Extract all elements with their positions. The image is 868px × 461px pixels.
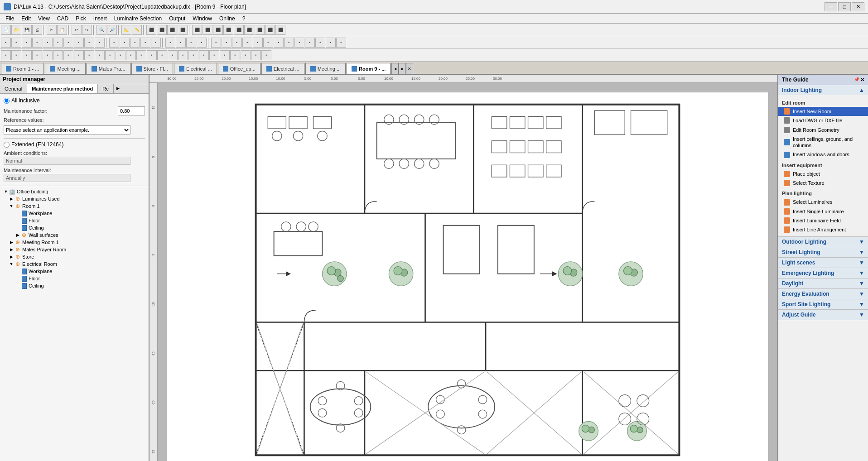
tb-btn-28[interactable]: ⬛ [255, 25, 265, 35]
tree-item-4[interactable]: Floor [2, 217, 147, 224]
minimize-button[interactable]: ─ [825, 2, 837, 11]
tb2-btn-4[interactable]: ▪ [43, 38, 53, 48]
tb2-btn-25[interactable]: ▪ [242, 38, 252, 48]
tb3-btn-4[interactable]: ▪ [43, 50, 53, 60]
tb2-btn-19[interactable]: ▪ [186, 38, 196, 48]
tb2-btn-12[interactable]: ▪ [120, 38, 130, 48]
tree-item-12[interactable]: Floor [2, 275, 147, 282]
menu-item-view[interactable]: View [34, 14, 53, 23]
all-inclusive-radio[interactable] [4, 98, 10, 104]
guide-section-header-adjust-guide[interactable]: Adjust Guide▼ [778, 310, 868, 320]
tb-btn-9[interactable]: ↪ [82, 25, 92, 35]
tb3-btn-16[interactable]: ▪ [168, 50, 178, 60]
tb3-btn-14[interactable]: ▪ [147, 50, 157, 60]
tb3-btn-17[interactable]: ▪ [178, 50, 188, 60]
guide-section-header-outdoor-lighting[interactable]: Outdoor Lighting▼ [778, 237, 868, 247]
tab-close[interactable]: ✕ [406, 63, 413, 74]
tree-item-2[interactable]: ▼⊕Room 1 [2, 202, 147, 210]
tb3-btn-20[interactable]: ▪ [209, 50, 219, 60]
tb3-btn-12[interactable]: ▪ [126, 50, 136, 60]
tb3-btn-5[interactable]: ▪ [53, 50, 63, 60]
doc-tab-0[interactable]: Room 1 - ... [1, 63, 44, 74]
tb-btn-3[interactable]: 🖨 [32, 25, 42, 35]
tb-btn-23[interactable]: ⬛ [203, 25, 212, 35]
tb3-btn-15[interactable]: ▪ [157, 50, 167, 60]
guide-pin-icon[interactable]: 📌 [854, 77, 859, 83]
tb-btn-25[interactable]: ⬛ [223, 25, 233, 35]
tb2-btn-26[interactable]: ▪ [253, 38, 263, 48]
menu-item-luminaireselection[interactable]: Luminaire Selection [111, 14, 165, 23]
tb-btn-6[interactable]: 📋 [57, 25, 67, 35]
tb3-btn-22[interactable]: ▪ [230, 50, 240, 60]
guide-close-icon[interactable]: ✕ [860, 77, 864, 83]
tb2-btn-22[interactable]: ▪ [211, 38, 221, 48]
tree-item-1[interactable]: ▶⊕Luminaires Used [2, 195, 147, 202]
doc-tab-8[interactable]: Room 9 - ... [347, 63, 391, 74]
tb3-btn-3[interactable]: ▪ [32, 50, 42, 60]
doc-tab-2[interactable]: Males Pra... [87, 63, 130, 74]
doc-tab-5[interactable]: Office_up... [218, 63, 260, 74]
tree-item-6[interactable]: ▶⊕Wall surfaces [2, 231, 147, 239]
tree-item-0[interactable]: ▼🏢Office building [2, 188, 147, 195]
left-tab-2[interactable]: Rc [98, 84, 113, 93]
tb-btn-12[interactable]: 🔎 [107, 25, 117, 35]
tree-item-8[interactable]: ▶⊕Males Prayer Room [2, 246, 147, 253]
tb2-btn-8[interactable]: ▪ [84, 38, 94, 48]
tb2-btn-29[interactable]: ▪ [284, 38, 294, 48]
tree-item-10[interactable]: ▼⊕Electrical Room [2, 260, 147, 268]
tb2-btn-33[interactable]: ▪ [326, 38, 336, 48]
guide-section-header-energy-evaluation[interactable]: Energy Evaluation▼ [778, 289, 868, 299]
guide-item-0-0-1[interactable]: Load DWG or DXF file [778, 116, 868, 125]
doc-tab-6[interactable]: Electrical ... [261, 63, 304, 74]
tb-btn-2[interactable]: 💾 [22, 25, 32, 35]
guide-item-0-2-1[interactable]: Insert Single Luminaire [778, 207, 868, 216]
tree-item-7[interactable]: ▶⊕Meeting Room 1 [2, 239, 147, 246]
tb-btn-11[interactable]: 🔍 [96, 25, 106, 35]
reference-values-select[interactable]: Please select an application example. [4, 125, 130, 134]
tb2-btn-31[interactable]: ▪ [305, 38, 315, 48]
tb3-btn-19[interactable]: ▪ [199, 50, 209, 60]
tb2-btn-3[interactable]: ▪ [32, 38, 42, 48]
tb2-btn-34[interactable]: ▪ [336, 38, 346, 48]
tb2-btn-5[interactable]: ▪ [53, 38, 63, 48]
tb-btn-8[interactable]: ↩ [72, 25, 82, 35]
extended-radio[interactable] [4, 142, 10, 148]
tb2-btn-23[interactable]: ▪ [222, 38, 231, 48]
tb2-btn-7[interactable]: ▪ [74, 38, 84, 48]
tb2-btn-1[interactable]: ▪ [11, 38, 21, 48]
tb-btn-26[interactable]: ⬛ [234, 25, 244, 35]
tb2-btn-17[interactable]: ▪ [165, 38, 175, 48]
tb-btn-5[interactable]: ✂ [47, 25, 57, 35]
tb2-btn-30[interactable]: ▪ [294, 38, 304, 48]
menu-item-cad[interactable]: CAD [53, 14, 72, 23]
guide-item-0-1-0[interactable]: Place object [778, 169, 868, 178]
doc-tab-4[interactable]: Electrical ... [174, 63, 217, 74]
guide-section-header-daylight[interactable]: Daylight▼ [778, 279, 868, 288]
guide-section-header-light-scenes[interactable]: Light scenes▼ [778, 258, 868, 268]
canvas-area[interactable]: -30.00 -25.00 -20.00 -15.00 -10.00 -5.00… [149, 75, 777, 461]
tb2-btn-15[interactable]: ▪ [151, 38, 161, 48]
guide-item-0-2-0[interactable]: Select Luminaires [778, 197, 868, 206]
tb-btn-30[interactable]: ⬛ [275, 25, 285, 35]
tb3-btn-13[interactable]: ▪ [136, 50, 146, 60]
menu-item-insert[interactable]: Insert [90, 14, 111, 23]
menu-item-output[interactable]: Output [165, 14, 189, 23]
tb3-btn-0[interactable]: ▪ [1, 50, 11, 60]
doc-tab-7[interactable]: Meeting ... [305, 63, 346, 74]
tb3-btn-25[interactable]: ▪ [261, 50, 271, 60]
tb2-btn-9[interactable]: ▪ [95, 38, 105, 48]
tb2-btn-6[interactable]: ▪ [63, 38, 73, 48]
guide-section-header-sport-site-lighting[interactable]: Sport Site Lighting▼ [778, 299, 868, 309]
tb2-btn-13[interactable]: ▪ [130, 38, 140, 48]
guide-item-0-1-1[interactable]: Select Texture [778, 178, 868, 187]
menu-item-pick[interactable]: Pick [72, 14, 90, 23]
tb3-btn-8[interactable]: ▪ [84, 50, 94, 60]
tb3-btn-10[interactable]: ▪ [105, 50, 115, 60]
menu-item-online[interactable]: Online [216, 14, 239, 23]
tb-btn-27[interactable]: ⬛ [244, 25, 254, 35]
guide-item-0-0-4[interactable]: Insert windows and doors [778, 150, 868, 159]
tree-item-11[interactable]: Workplane [2, 268, 147, 275]
tb3-btn-2[interactable]: ▪ [22, 50, 32, 60]
tb3-btn-11[interactable]: ▪ [116, 50, 125, 60]
tb2-btn-2[interactable]: ▪ [22, 38, 32, 48]
